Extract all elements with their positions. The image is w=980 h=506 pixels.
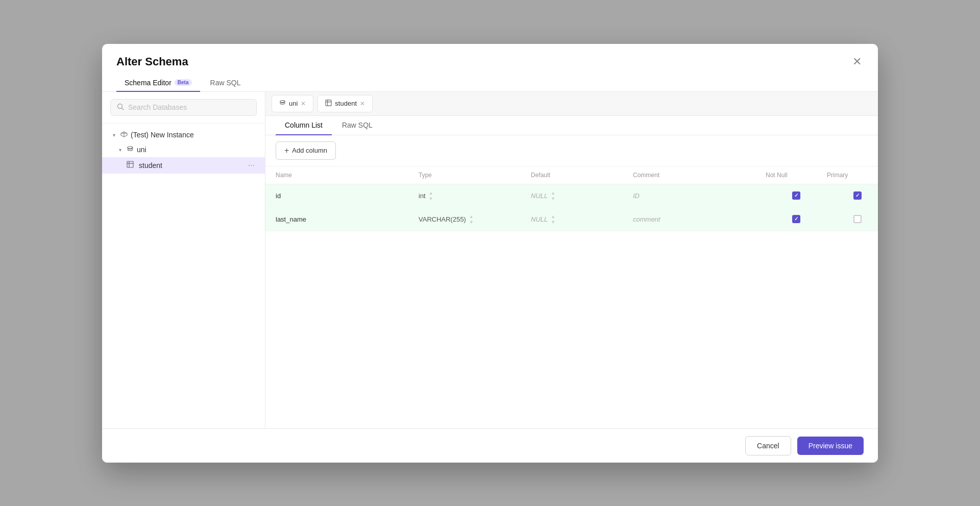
modal-overlay: Alter Schema ✕ Schema Editor Beta Raw SQ… [0,0,980,506]
svg-point-9 [280,100,285,102]
db-tab-icon [279,100,286,108]
sort-icon-lastname-default[interactable]: ▲ ▼ [551,214,555,225]
tab-pill-student[interactable]: student ✕ [317,95,373,112]
preview-issue-button[interactable]: Preview issue [797,437,864,455]
search-input[interactable] [128,103,250,111]
table-row: last_name VARCHAR(255) ▲ ▼ NULL [265,208,878,231]
modal: Alter Schema ✕ Schema Editor Beta Raw SQ… [102,44,878,463]
modal-footer: Cancel Preview issue [102,428,878,463]
checkbox-id-not-null[interactable]: ✓ [792,191,800,200]
database-icon [127,146,134,154]
sort-icon-id-default[interactable]: ▲ ▼ [551,190,555,201]
modal-body: ▾ (Test) New Instance ▾ [102,92,878,428]
sub-tab-column-list[interactable]: Column List [276,116,332,135]
tab-schema-editor[interactable]: Schema Editor Beta [116,75,200,92]
tab-pill-uni[interactable]: uni ✕ [272,95,313,112]
cell-lastname-primary[interactable] [827,215,878,223]
add-column-button[interactable]: + Add column [276,141,336,160]
search-box [102,92,265,124]
checkbox-lastname-not-null[interactable]: ✓ [792,215,800,223]
th-type: Type [419,172,531,179]
sort-icon-lastname-type[interactable]: ▲ ▼ [469,214,474,225]
chevron-down-icon: ▾ [110,132,117,138]
cell-lastname-name: last_name [276,215,419,223]
cell-lastname-comment: comment [633,215,766,223]
search-icon [117,103,124,112]
cell-id-name: id [276,192,419,200]
content-area: uni ✕ student ✕ [265,92,878,428]
plus-icon: + [284,146,289,155]
th-primary: Primary [827,172,878,179]
instance-label: (Test) New Instance [131,131,257,139]
table-icon [127,161,134,170]
tab-pill-student-label: student [335,100,357,107]
svg-line-1 [122,108,124,110]
cell-id-primary[interactable]: ✓ [827,191,878,200]
close-pill-uni[interactable]: ✕ [301,101,306,107]
tab-pill-uni-label: uni [289,100,298,107]
svg-rect-6 [127,161,133,167]
cell-id-default: NULL ▲ ▼ [531,190,633,201]
table-row: id int ▲ ▼ NULL ▲ [265,184,878,208]
tab-raw-sql[interactable]: Raw SQL [202,75,249,92]
beta-badge: Beta [175,79,192,86]
close-pill-student[interactable]: ✕ [360,101,365,107]
svg-rect-10 [326,100,331,105]
cell-id-not-null[interactable]: ✓ [766,191,827,200]
cell-id-comment: ID [633,192,766,200]
content-tabs-bar: uni ✕ student ✕ [265,92,878,116]
sidebar: ▾ (Test) New Instance ▾ [102,92,265,428]
table-more-button[interactable]: ··· [246,160,257,171]
sidebar-item-instance[interactable]: ▾ (Test) New Instance [102,128,265,142]
cell-lastname-type: VARCHAR(255) ▲ ▼ [419,214,531,225]
check-icon: ✓ [794,216,798,222]
close-button[interactable]: ✕ [850,54,864,69]
sub-tabs: Column List Raw SQL [265,116,878,135]
th-comment: Comment [633,172,766,179]
checkbox-id-primary[interactable]: ✓ [853,191,862,200]
sidebar-item-table-student[interactable]: student ··· [102,157,265,174]
modal-tabs: Schema Editor Beta Raw SQL [102,69,878,92]
sidebar-item-db-uni[interactable]: ▾ uni [102,142,265,157]
instance-icon [120,131,128,139]
chevron-down-icon: ▾ [116,147,124,153]
svg-point-5 [128,147,133,149]
modal-header: Alter Schema ✕ [102,44,878,69]
table-head: Name Type Default Comment Not Null Prima… [265,166,878,184]
th-not-null: Not Null [766,172,827,179]
db-uni-label: uni [137,146,257,154]
cell-id-type: int ▲ ▼ [419,190,531,201]
sort-icon-id-type[interactable]: ▲ ▼ [429,190,433,201]
check-icon: ✓ [794,193,798,198]
th-default: Default [531,172,633,179]
content-toolbar: + Add column [265,135,878,166]
sub-tab-raw-sql[interactable]: Raw SQL [333,116,382,135]
column-table: Name Type Default Comment Not Null Prima… [265,166,878,428]
sidebar-tree: ▾ (Test) New Instance ▾ [102,124,265,428]
modal-title: Alter Schema [116,55,188,68]
table-tab-icon [325,100,332,108]
cell-lastname-default: NULL ▲ ▼ [531,214,633,225]
th-name: Name [276,172,419,179]
cell-lastname-not-null[interactable]: ✓ [766,215,827,223]
check-icon: ✓ [855,193,860,198]
search-input-wrap [110,99,257,116]
table-student-label: student [139,161,243,170]
cancel-button[interactable]: Cancel [745,436,791,455]
checkbox-lastname-primary[interactable] [853,215,862,223]
